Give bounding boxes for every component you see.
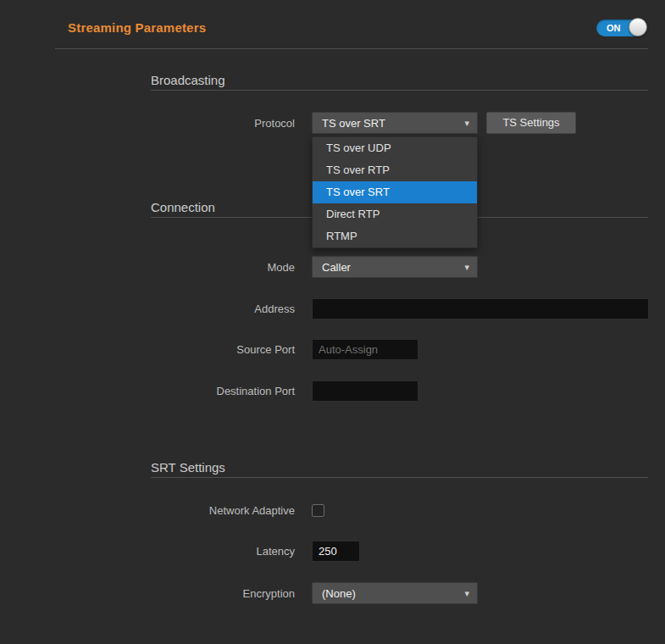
toggle-on-label: ON	[607, 23, 621, 33]
menu-item-ts-over-srt[interactable]: TS over SRT	[313, 181, 477, 203]
destination-port-input[interactable]	[312, 380, 418, 402]
encryption-select-value: (None)	[322, 587, 356, 600]
srt-settings-divider	[151, 477, 648, 478]
address-input[interactable]	[312, 298, 649, 319]
protocol-label: Protocol	[55, 117, 312, 130]
streaming-parameters-panel: Streaming Parameters ON Broadcasting Pro…	[0, 0, 665, 644]
latency-label: Latency	[55, 545, 312, 558]
menu-item-rtmp[interactable]: RTMP	[313, 225, 477, 247]
mode-select[interactable]: Caller ▾	[312, 256, 478, 278]
network-adaptive-label: Network Adaptive	[55, 504, 312, 517]
section-heading-connection: Connection	[151, 200, 215, 214]
latency-input[interactable]	[312, 541, 360, 562]
streaming-enable-toggle[interactable]: ON	[596, 19, 646, 36]
menu-item-ts-over-rtp[interactable]: TS over RTP	[313, 159, 477, 181]
chevron-down-icon: ▾	[464, 589, 469, 598]
protocol-dropdown-menu: TS over UDP TS over RTP TS over SRT Dire…	[312, 136, 478, 248]
menu-item-direct-rtp[interactable]: Direct RTP	[313, 203, 477, 225]
encryption-label: Encryption	[55, 587, 312, 600]
toggle-knob-icon	[629, 18, 647, 36]
page-title: Streaming Parameters	[68, 20, 206, 35]
destination-port-label: Destination Port	[55, 385, 312, 397]
broadcasting-divider	[151, 90, 648, 91]
protocol-select-value: TS over SRT	[322, 117, 385, 130]
mode-select-value: Caller	[322, 261, 351, 274]
chevron-down-icon: ▾	[464, 119, 469, 128]
encryption-select[interactable]: (None) ▾	[312, 582, 478, 604]
menu-item-ts-over-udp[interactable]: TS over UDP	[313, 137, 477, 159]
address-label: Address	[55, 303, 312, 315]
ts-settings-button[interactable]: TS Settings	[486, 112, 576, 134]
source-port-label: Source Port	[55, 343, 312, 356]
section-heading-broadcasting: Broadcasting	[151, 73, 225, 87]
network-adaptive-checkbox[interactable]	[312, 504, 324, 517]
header-divider	[55, 48, 648, 49]
protocol-select[interactable]: TS over SRT ▾	[312, 112, 478, 134]
mode-label: Mode	[55, 261, 312, 274]
chevron-down-icon: ▾	[464, 263, 469, 272]
source-port-input[interactable]	[312, 339, 418, 360]
section-heading-srt-settings: SRT Settings	[151, 460, 225, 475]
